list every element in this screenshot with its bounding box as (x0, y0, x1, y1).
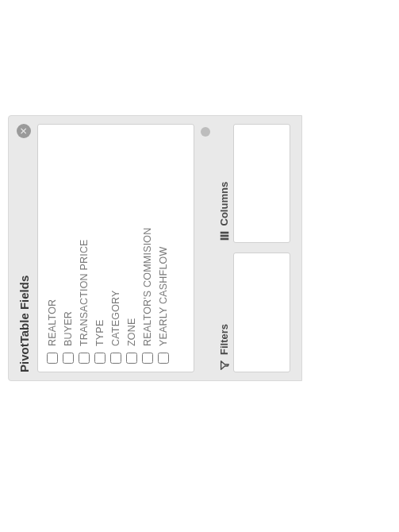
settings-row (194, 124, 215, 372)
filters-dropzone[interactable] (233, 253, 290, 373)
filters-area-header: Filters (218, 253, 230, 373)
field-label: REALTOR (47, 299, 58, 346)
field-row-type[interactable]: TYPE (92, 131, 108, 365)
field-label: YEARLY CASHFLOW (158, 247, 169, 347)
field-row-yearly-cashflow[interactable]: YEARLY CASHFLOW (155, 131, 171, 365)
filters-area: Filters (218, 253, 290, 373)
svg-rect-2 (220, 232, 228, 234)
field-label: TYPE (94, 320, 106, 346)
field-checkbox-transaction-price[interactable] (79, 353, 90, 364)
close-icon: ✕ (18, 127, 29, 135)
field-label: REALTOR'S COMMISION (142, 228, 153, 347)
rotated-wrapper: PivotTable Fields ✕ REALTOR BUYER TRANSA… (8, 115, 302, 381)
drop-areas: Filters Columns (218, 124, 290, 372)
field-label: ZONE (126, 318, 137, 346)
field-checkbox-type[interactable] (94, 353, 106, 364)
app-stage: PivotTable Fields ✕ REALTOR BUYER TRANSA… (0, 0, 399, 532)
close-button[interactable]: ✕ (17, 124, 31, 138)
svg-rect-0 (220, 238, 228, 241)
field-label: CATEGORY (110, 290, 121, 346)
columns-area-header: Columns (218, 124, 230, 244)
gear-icon[interactable] (201, 127, 210, 137)
columns-icon (219, 231, 230, 242)
field-list[interactable]: REALTOR BUYER TRANSACTION PRICE TYPE CAT… (37, 124, 194, 372)
field-checkbox-buyer[interactable] (63, 353, 74, 364)
pivottable-fields-panel: PivotTable Fields ✕ REALTOR BUYER TRANSA… (8, 115, 302, 381)
columns-dropzone[interactable] (233, 124, 290, 244)
field-row-transaction-price[interactable]: TRANSACTION PRICE (76, 131, 92, 365)
field-checkbox-yearly-cashflow[interactable] (158, 353, 169, 364)
filters-area-title: Filters (218, 324, 230, 355)
panel-title: PivotTable Fields (17, 276, 31, 372)
field-label: TRANSACTION PRICE (79, 239, 90, 346)
panel-header: PivotTable Fields ✕ (17, 124, 31, 372)
field-row-realtor[interactable]: REALTOR (44, 131, 60, 365)
field-row-zone[interactable]: ZONE (124, 131, 140, 365)
columns-area: Columns (218, 124, 290, 244)
columns-area-title: Columns (218, 182, 230, 226)
filter-icon (219, 360, 230, 371)
field-row-realtors-commision[interactable]: REALTOR'S COMMISION (140, 131, 155, 365)
field-checkbox-zone[interactable] (126, 353, 137, 364)
field-row-buyer[interactable]: BUYER (60, 131, 76, 365)
svg-rect-1 (220, 235, 228, 237)
field-checkbox-category[interactable] (110, 353, 121, 364)
field-checkbox-realtors-commision[interactable] (142, 353, 153, 364)
field-checkbox-realtor[interactable] (47, 353, 58, 364)
field-row-category[interactable]: CATEGORY (108, 131, 124, 365)
field-label: BUYER (63, 311, 74, 346)
